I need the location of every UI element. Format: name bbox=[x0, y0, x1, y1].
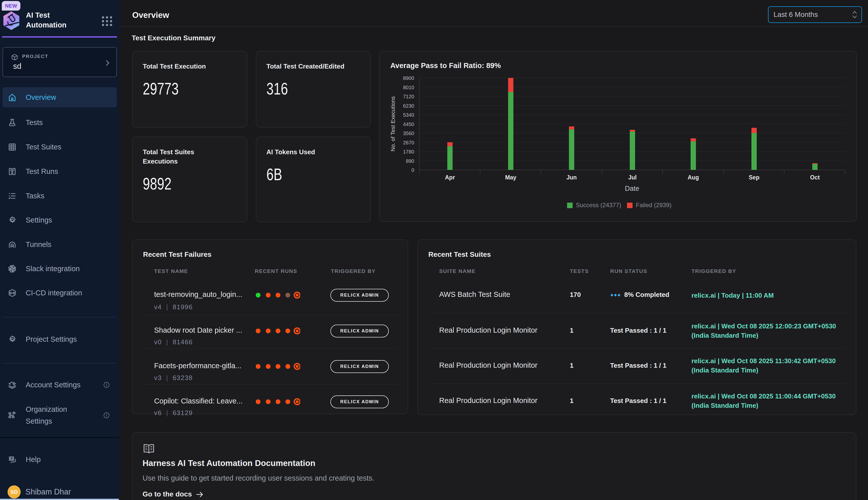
svg-text:3560: 3560 bbox=[403, 130, 414, 136]
svg-text:2670: 2670 bbox=[403, 140, 414, 145]
svg-text:Apr: Apr bbox=[445, 174, 455, 181]
svg-text:8900: 8900 bbox=[403, 75, 414, 81]
svg-text:Failed (2939): Failed (2939) bbox=[636, 202, 671, 208]
svg-text:Date: Date bbox=[625, 185, 639, 192]
svg-text:0: 0 bbox=[411, 167, 414, 173]
svg-text:Aug: Aug bbox=[688, 174, 699, 181]
svg-text:May: May bbox=[505, 174, 516, 181]
svg-text:6230: 6230 bbox=[403, 103, 414, 109]
svg-text:Success (24377): Success (24377) bbox=[576, 202, 621, 208]
svg-text:?: ? bbox=[10, 456, 13, 461]
svg-text:890: 890 bbox=[406, 158, 414, 164]
svg-text:4450: 4450 bbox=[403, 122, 414, 127]
svg-text:Oct: Oct bbox=[810, 174, 820, 181]
svg-text:Jun: Jun bbox=[566, 174, 577, 181]
svg-text:8010: 8010 bbox=[403, 85, 414, 90]
svg-text:5340: 5340 bbox=[403, 112, 414, 118]
svg-text:Jul: Jul bbox=[628, 174, 636, 181]
svg-text:Sep: Sep bbox=[749, 174, 760, 181]
svg-text:1780: 1780 bbox=[403, 149, 414, 155]
svg-text:7120: 7120 bbox=[403, 94, 414, 99]
svg-text:No. of Test Executions: No. of Test Executions bbox=[390, 96, 396, 151]
